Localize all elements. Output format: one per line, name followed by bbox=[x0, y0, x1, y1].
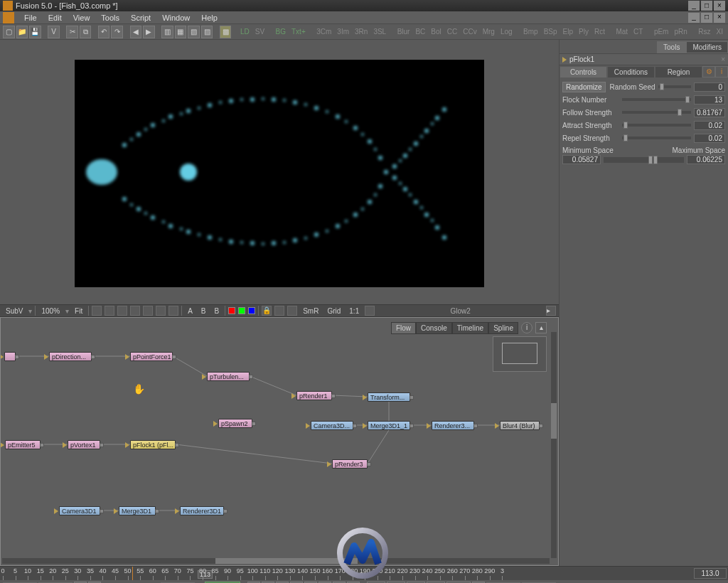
undo-button[interactable]: ↶ bbox=[98, 26, 110, 38]
tool-bsp[interactable]: BSp bbox=[542, 28, 560, 36]
redo-button[interactable]: ↷ bbox=[111, 26, 123, 38]
save-button[interactable]: 💾 bbox=[29, 26, 41, 38]
node-n5[interactable]: Transform... bbox=[368, 392, 410, 402]
tool-elp[interactable]: Elp bbox=[561, 28, 575, 36]
tool-rct[interactable]: Rct bbox=[592, 28, 607, 36]
flow-expand-icon[interactable]: ▴ bbox=[535, 322, 547, 333]
viewer-canvas[interactable] bbox=[75, 60, 484, 287]
tool-prn[interactable]: pRn bbox=[672, 28, 689, 36]
step-fwd-button[interactable]: ▶ bbox=[143, 26, 155, 38]
disclosure-icon[interactable] bbox=[562, 57, 567, 63]
flow-info-icon[interactable]: i bbox=[521, 322, 532, 333]
green-channel-icon[interactable] bbox=[238, 307, 245, 314]
tool-3rn[interactable]: 3Rn bbox=[353, 28, 370, 36]
menu-edit[interactable]: Edit bbox=[43, 14, 68, 22]
tool-ld[interactable]: LD bbox=[238, 28, 252, 36]
v-button[interactable]: V bbox=[48, 26, 60, 38]
menu-view[interactable]: View bbox=[68, 14, 96, 22]
child-maximize-button[interactable]: □ bbox=[701, 13, 712, 23]
tool-bc[interactable]: BC bbox=[413, 28, 427, 36]
node-n1[interactable]: pDirection... bbox=[49, 352, 92, 361]
viewer-expand-icon[interactable]: ▸ bbox=[546, 306, 556, 316]
rect-tool-icon[interactable] bbox=[156, 306, 166, 316]
layout4-button[interactable]: ▨ bbox=[201, 26, 213, 38]
tab-spline[interactable]: Spline bbox=[488, 322, 518, 334]
line-tool-icon[interactable] bbox=[143, 306, 153, 316]
circle-tool-icon[interactable] bbox=[168, 306, 178, 316]
tool-mat[interactable]: Mat bbox=[614, 28, 630, 36]
followstrength-value[interactable]: 0.81767 bbox=[694, 108, 725, 117]
tool-xi[interactable]: XI bbox=[714, 28, 725, 36]
node-n0[interactable] bbox=[4, 352, 16, 361]
repelstrength-slider[interactable] bbox=[622, 137, 691, 139]
misc3-icon[interactable] bbox=[365, 306, 375, 316]
smr-button[interactable]: SmR bbox=[300, 307, 321, 315]
tool-bol[interactable]: Bol bbox=[429, 28, 443, 36]
tool-rsz[interactable]: Rsz bbox=[696, 28, 712, 36]
node-n8[interactable]: Merge3D1_1 bbox=[368, 421, 410, 430]
flocknumber-value[interactable]: 13 bbox=[694, 95, 725, 105]
cut-button[interactable]: ✂ bbox=[66, 26, 78, 38]
open-button[interactable]: 📁 bbox=[16, 26, 28, 38]
grid-button[interactable]: Grid bbox=[324, 307, 343, 315]
tool-bmp[interactable]: Bmp bbox=[521, 28, 540, 36]
node-n9[interactable]: Renderer3... bbox=[432, 421, 474, 430]
time-ruler[interactable]: 113 113.0 051015202530354045505560657075… bbox=[0, 566, 728, 580]
gear-icon[interactable]: ⚙ bbox=[702, 66, 715, 77]
tool-3sl[interactable]: 3SL bbox=[371, 28, 388, 36]
followstrength-slider[interactable] bbox=[622, 111, 691, 114]
menu-help[interactable]: Help bbox=[196, 14, 223, 22]
node-n12[interactable]: pVortex1 bbox=[68, 440, 100, 449]
menu-file[interactable]: File bbox=[18, 14, 43, 22]
new-button[interactable]: ▢ bbox=[3, 26, 15, 38]
maximize-button[interactable]: □ bbox=[701, 1, 712, 11]
attractstrength-slider[interactable] bbox=[622, 124, 691, 127]
layout1-button[interactable]: ▥ bbox=[161, 26, 173, 38]
tool-3im[interactable]: 3Im bbox=[335, 28, 351, 36]
subtab-conditions[interactable]: Conditions bbox=[607, 66, 655, 78]
lock-icon[interactable]: 🔒 bbox=[262, 306, 272, 316]
tool-sv[interactable]: SV bbox=[253, 28, 267, 36]
attractstrength-value[interactable]: 0.02 bbox=[694, 121, 725, 130]
flocknumber-slider[interactable] bbox=[622, 98, 691, 101]
maxspace-value[interactable]: 0.06225 bbox=[687, 155, 725, 164]
repelstrength-value[interactable]: 0.02 bbox=[694, 134, 725, 143]
minspace-value[interactable]: 0.05827 bbox=[562, 155, 601, 164]
node-n6[interactable]: pSpawn2 bbox=[218, 419, 252, 428]
tool-blur[interactable]: Blur bbox=[395, 28, 412, 36]
node-n15[interactable]: Camera3D1 bbox=[59, 506, 100, 515]
step-back-button[interactable]: ◀ bbox=[130, 26, 142, 38]
node-n14[interactable]: pRender3 bbox=[332, 459, 368, 469]
wave-tool-icon[interactable] bbox=[105, 306, 114, 316]
layout5-button[interactable]: ▩ bbox=[220, 26, 232, 38]
node-n2[interactable]: pPointForce1 bbox=[130, 352, 173, 361]
node-n13[interactable]: pFlock1 (pFl... bbox=[130, 440, 176, 449]
inspector-close-icon[interactable]: × bbox=[721, 55, 725, 63]
tab-flow[interactable]: Flow bbox=[391, 322, 416, 334]
randomize-button[interactable]: Randomize bbox=[562, 82, 606, 92]
node-n16[interactable]: Merge3D1 bbox=[119, 506, 156, 515]
ratio-button[interactable]: 1:1 bbox=[346, 307, 362, 315]
info-icon[interactable]: i bbox=[715, 66, 728, 77]
menu-tools[interactable]: Tools bbox=[95, 14, 125, 22]
layout3-button[interactable]: ▧ bbox=[188, 26, 200, 38]
flow-hscroll[interactable] bbox=[2, 558, 550, 564]
menu-window[interactable]: Window bbox=[156, 14, 196, 22]
a-channel-button[interactable]: A bbox=[185, 307, 196, 315]
subtab-controls[interactable]: Controls bbox=[560, 66, 607, 78]
tool-ct[interactable]: CT bbox=[631, 28, 645, 36]
tab-console[interactable]: Console bbox=[416, 322, 452, 334]
tool-txt[interactable]: Txt+ bbox=[289, 28, 308, 36]
tool-cc[interactable]: CC bbox=[445, 28, 459, 36]
b2-channel-button[interactable]: B bbox=[212, 307, 223, 315]
tab-timeline[interactable]: Timeline bbox=[452, 322, 488, 334]
node-n7[interactable]: Camera3D... bbox=[311, 421, 353, 430]
flag-tool-icon[interactable] bbox=[117, 306, 127, 316]
flow-vscroll[interactable] bbox=[551, 332, 557, 558]
flow-canvas[interactable]: pDirection...pPointForce1pTurbulen...pRe… bbox=[1, 318, 558, 565]
node-n3[interactable]: pTurbulen... bbox=[207, 372, 250, 381]
child-close-button[interactable]: × bbox=[714, 13, 725, 23]
misc2-icon[interactable] bbox=[287, 306, 297, 316]
blue-channel-icon[interactable] bbox=[248, 307, 255, 314]
copy-button[interactable]: ⧉ bbox=[80, 26, 92, 38]
